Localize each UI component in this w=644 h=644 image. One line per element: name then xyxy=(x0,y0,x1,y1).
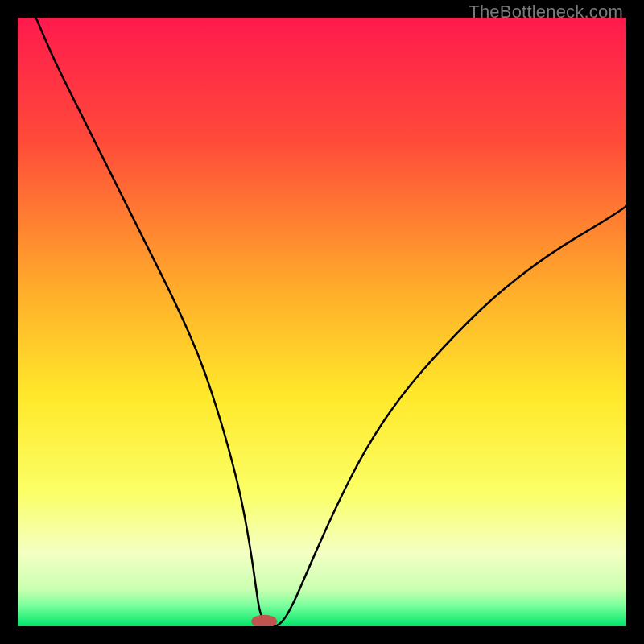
bottleneck-curve-chart xyxy=(18,18,626,626)
gradient-background xyxy=(18,18,626,626)
chart-frame xyxy=(18,18,626,626)
